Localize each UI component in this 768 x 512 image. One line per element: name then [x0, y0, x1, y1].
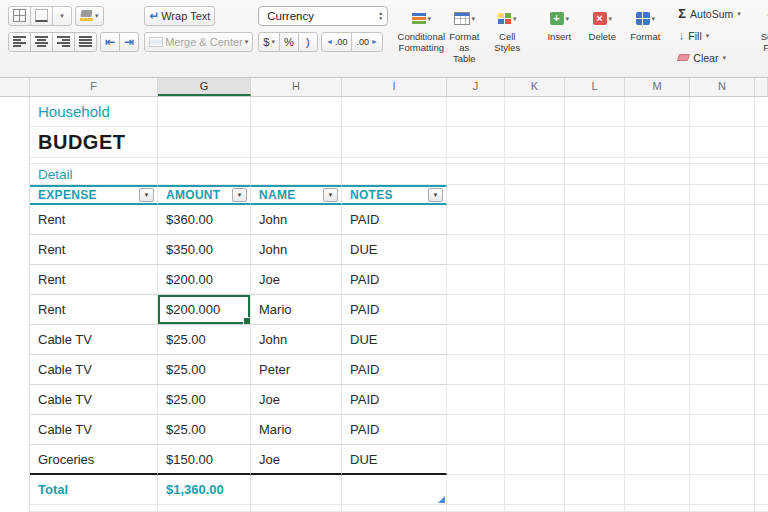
- justify-button[interactable]: [74, 32, 97, 52]
- cell-empty[interactable]: [625, 475, 690, 505]
- cell-empty[interactable]: [690, 164, 755, 185]
- cell-empty[interactable]: [447, 325, 505, 355]
- merge-center-button[interactable]: Merge & Center ▾: [144, 32, 253, 52]
- cell-notes[interactable]: PAID: [342, 385, 447, 415]
- cell-amount[interactable]: $25.00: [158, 355, 251, 385]
- row-header[interactable]: [0, 295, 30, 325]
- format-cells-button[interactable]: ▾ Format: [626, 5, 664, 73]
- cell-empty[interactable]: [690, 355, 755, 385]
- cell-expense[interactable]: Cable TV: [30, 415, 158, 445]
- cell-empty[interactable]: [505, 355, 565, 385]
- cell-name[interactable]: Joe: [251, 265, 342, 295]
- cell-empty[interactable]: [342, 127, 447, 158]
- cell-empty[interactable]: [625, 325, 690, 355]
- align-right-button[interactable]: [52, 32, 75, 52]
- cell-expense[interactable]: Rent: [30, 205, 158, 235]
- cell-name[interactable]: Mario: [251, 295, 342, 325]
- cell-empty[interactable]: [251, 127, 342, 158]
- cell-empty[interactable]: [625, 505, 690, 512]
- cell-name[interactable]: Joe: [251, 385, 342, 415]
- insert-cells-button[interactable]: +▾ Insert: [540, 5, 578, 73]
- cell-amount[interactable]: $360.00: [158, 205, 251, 235]
- cell-empty[interactable]: [505, 164, 565, 185]
- cell-empty[interactable]: [625, 185, 690, 205]
- row-header[interactable]: [0, 505, 30, 512]
- cell-total-label[interactable]: Total: [30, 475, 158, 505]
- percent-style-button[interactable]: %: [279, 32, 299, 52]
- cell-empty[interactable]: [342, 505, 447, 512]
- cell-empty[interactable]: [30, 505, 158, 512]
- cell-title1[interactable]: Household: [30, 97, 158, 127]
- row-header[interactable]: [0, 385, 30, 415]
- cell-empty[interactable]: [565, 505, 625, 512]
- cell-amount[interactable]: $25.00: [158, 415, 251, 445]
- cell-amount[interactable]: $200.000: [158, 295, 251, 325]
- cell-empty[interactable]: [565, 205, 625, 235]
- cell-expense[interactable]: Rent: [30, 295, 158, 325]
- cell-empty[interactable]: [447, 205, 505, 235]
- cell-empty[interactable]: [625, 385, 690, 415]
- cell-amount[interactable]: $200.00: [158, 265, 251, 295]
- increase-indent-button[interactable]: ⇥: [119, 32, 139, 52]
- row-header[interactable]: [0, 127, 30, 158]
- cell-notes[interactable]: DUE: [342, 325, 447, 355]
- filter-button-amount[interactable]: ▼: [232, 188, 247, 202]
- column-header-M[interactable]: M: [625, 78, 690, 96]
- header-amount[interactable]: AMOUNT ▼: [158, 185, 251, 205]
- row-header[interactable]: [0, 235, 30, 265]
- cell-title2[interactable]: BUDGET: [30, 127, 158, 158]
- cell-empty[interactable]: [447, 475, 505, 505]
- column-header-L[interactable]: L: [565, 78, 625, 96]
- cell-empty[interactable]: [565, 164, 625, 185]
- cell-empty[interactable]: [625, 355, 690, 385]
- cell-empty[interactable]: [690, 235, 755, 265]
- cell-empty[interactable]: [505, 445, 565, 475]
- cell-empty[interactable]: [505, 265, 565, 295]
- cell-empty[interactable]: [251, 505, 342, 512]
- cell-empty[interactable]: [565, 445, 625, 475]
- cell-name[interactable]: Mario: [251, 415, 342, 445]
- currency-style-button[interactable]: $ ▾: [258, 32, 280, 52]
- cell-empty[interactable]: [690, 385, 755, 415]
- cell-empty[interactable]: [565, 325, 625, 355]
- row-header[interactable]: [0, 325, 30, 355]
- cell-empty[interactable]: [447, 127, 505, 158]
- cell-empty[interactable]: [625, 97, 690, 127]
- column-header-I[interactable]: I: [342, 78, 447, 96]
- cell-amount[interactable]: $350.00: [158, 235, 251, 265]
- cell-empty[interactable]: [690, 415, 755, 445]
- cell-empty[interactable]: [690, 505, 755, 512]
- cell-expense[interactable]: Rent: [30, 235, 158, 265]
- cell-empty-with-table-handle[interactable]: [342, 475, 447, 505]
- column-header-K[interactable]: K: [505, 78, 565, 96]
- cell-empty[interactable]: [625, 295, 690, 325]
- cell-empty[interactable]: [690, 265, 755, 295]
- fill-button[interactable]: ↓ Fill ▾: [678, 27, 741, 44]
- cell-total-value[interactable]: $1,360.00: [158, 475, 251, 505]
- fill-color-button[interactable]: ▾: [75, 6, 104, 26]
- cell-notes[interactable]: PAID: [342, 355, 447, 385]
- cell-empty[interactable]: [505, 505, 565, 512]
- column-header-F[interactable]: F: [30, 78, 158, 96]
- all-borders-button[interactable]: [8, 6, 31, 26]
- cell-expense[interactable]: Groceries: [30, 445, 158, 475]
- clear-button[interactable]: Clear ▾: [678, 49, 741, 66]
- cell-empty[interactable]: [447, 355, 505, 385]
- cell-empty[interactable]: [447, 385, 505, 415]
- cell-empty[interactable]: [565, 265, 625, 295]
- cell-empty[interactable]: [625, 235, 690, 265]
- cell-empty[interactable]: [447, 505, 505, 512]
- column-header-G[interactable]: G: [158, 78, 251, 96]
- filter-button-notes[interactable]: ▼: [428, 188, 443, 202]
- cell-name[interactable]: John: [251, 325, 342, 355]
- cell-name[interactable]: Peter: [251, 355, 342, 385]
- cell-empty[interactable]: [251, 475, 342, 505]
- conditional-formatting-button[interactable]: ▾ ConditionalFormatting: [402, 5, 440, 73]
- row-header[interactable]: [0, 355, 30, 385]
- cell-empty[interactable]: [690, 205, 755, 235]
- cell-styles-button[interactable]: ▾ CellStyles: [488, 5, 526, 73]
- row-header[interactable]: [0, 164, 30, 185]
- cell-expense[interactable]: Cable TV: [30, 385, 158, 415]
- cell-amount[interactable]: $150.00: [158, 445, 251, 475]
- wrap-text-button[interactable]: ↵ Wrap Text: [144, 6, 215, 26]
